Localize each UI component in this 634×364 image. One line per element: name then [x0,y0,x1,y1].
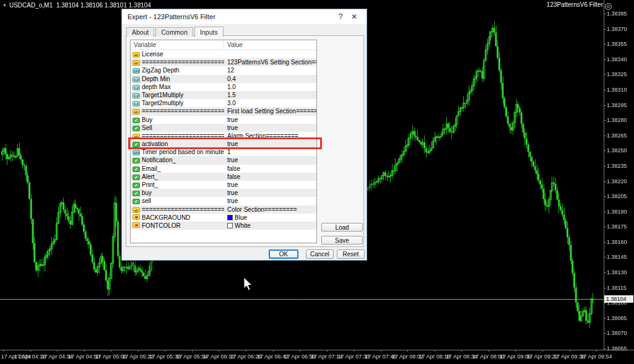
param-row-zigzag-depth[interactable]: 123ZigZag Depth12 [131,66,316,74]
color-swatch [227,215,233,220]
param-value[interactable] [224,50,316,58]
param-row-depth-min[interactable]: 1.2Depth Min0.4 [131,75,316,83]
expert-settings-dialog: Expert - 123PatternsV6 Filter ? ✕ About … [121,9,367,261]
param-value[interactable]: false [224,165,316,173]
param-value[interactable]: true [224,197,316,205]
param-name: sell [142,197,151,204]
dialog-title: Expert - 123PatternsV6 Filter [128,13,334,20]
param-value[interactable]: 1.0 [224,83,316,91]
param-value[interactable]: true [224,181,316,189]
price-tick-label: 1.38190 [607,209,627,215]
param-value[interactable]: First load Setting Section========= [224,107,316,115]
param-value[interactable]: 3.0 [224,99,316,107]
int-type-icon: 123 [132,150,140,155]
param-name: Depth Min [142,76,170,82]
color-type-icon [132,222,140,228]
param-value[interactable]: 0.4 [224,75,316,83]
param-row-backgraound[interactable]: BACKGRAOUNDBlue [131,214,316,222]
help-button[interactable]: ? [334,12,347,21]
indicator-name-label: 123PatternsV6 Filter☺ [547,1,612,10]
table-rows: abLicenseab=============================… [131,50,316,230]
column-header-variable: Variable [131,40,224,50]
param-row--[interactable]: ab================================First … [131,107,316,115]
param-row-target1multiply[interactable]: 1.2Target1Multiply1.5 [131,91,316,99]
param-name: Timer period based on minutes [142,149,224,155]
price-tick-label: 1.38280 [607,117,627,123]
price-tick-label: 1.38115 [607,285,627,291]
tab-about[interactable]: About [126,27,154,37]
table-header: Variable Value [131,40,316,50]
symbol-name: USDCAD_o,M1 [9,2,53,9]
param-value[interactable]: Alarm Section========= [224,132,316,140]
param-value[interactable]: false [224,173,316,181]
param-row--[interactable]: ab================================Alarm … [131,132,316,140]
param-value[interactable]: Blue [224,214,316,222]
param-value[interactable]: true [224,189,316,197]
param-row-buy[interactable]: ✓buytrue [131,189,316,197]
param-row-timer-period-based-on-minutes[interactable]: 123Timer period based on minutes1 [131,148,316,156]
price-tick-label: 1.38355 [607,41,627,47]
bool-type-icon: ✓ [132,142,140,147]
param-value[interactable]: true [224,156,316,164]
param-name: Sell [142,124,152,131]
param-row--[interactable]: ab================================Color … [131,206,316,214]
param-value[interactable]: 12 [224,66,316,74]
param-row-buy[interactable]: ✓Buytrue [131,116,316,124]
param-value[interactable]: 123PatternsV6 Setting Section========= [224,58,316,66]
price-tick-label: 1.38055 [607,345,627,352]
load-button[interactable]: Load [321,223,363,232]
param-value[interactable]: 1 [224,148,316,156]
save-button[interactable]: Save [321,236,363,245]
param-row-email-[interactable]: ✓Email_false [131,165,316,173]
close-icon[interactable]: ✕ [347,12,361,21]
chevron-down-icon: ▼ [2,3,7,7]
param-value[interactable]: White [224,222,316,230]
cancel-button[interactable]: Cancel [306,249,334,259]
param-row-print-[interactable]: ✓Print_true [131,181,316,189]
param-value[interactable]: true [224,124,316,132]
param-name: Alert_ [142,173,158,180]
string-type-icon: ab [132,109,140,115]
param-row-alert-[interactable]: ✓Alert_false [131,173,316,181]
double-type-icon: 1.2 [132,85,140,90]
param-name: ================================ [142,132,224,139]
ok-button[interactable]: OK [269,249,298,259]
param-row-target2multiply[interactable]: 1.2Target2multiply3.0 [131,99,316,107]
tab-inputs[interactable]: Inputs [194,27,224,37]
price-tick-label: 1.38220 [607,178,627,184]
dialog-titlebar[interactable]: Expert - 123PatternsV6 Filter ? ✕ [122,9,367,24]
param-row-sell[interactable]: ✓Selltrue [131,124,316,132]
param-row--[interactable]: ab================================123Pat… [131,58,316,66]
param-row-license[interactable]: abLicense [131,50,316,58]
price-tick-label: 1.38340 [607,56,627,63]
current-price-tag: 1.38104 [604,295,633,303]
param-value[interactable]: true [224,140,316,148]
bool-type-icon: ✓ [132,191,140,196]
price-tick-label: 1.38250 [607,147,627,154]
bool-type-icon: ✓ [132,167,140,172]
param-value[interactable]: true [224,116,316,124]
string-type-icon: ab [132,134,140,139]
double-type-icon: 1.2 [132,101,140,106]
color-swatch [227,223,233,228]
time-tick-label: 17 Apr 09:54 [581,353,612,360]
column-header-value: Value [224,40,246,50]
param-row-depth-max[interactable]: 1.2depth Max1.0 [131,83,316,91]
reset-button[interactable]: Reset [337,249,365,259]
tab-common[interactable]: Common [155,27,193,37]
smiley-icon: ☺ [605,3,612,10]
param-name: Buy [142,116,152,123]
param-row-sell[interactable]: ✓selltrue [131,197,316,205]
param-row-notification-[interactable]: ✓Notification_true [131,156,316,164]
param-value[interactable]: Color Section========= [224,206,316,214]
param-name: buy [142,189,152,196]
symbol-bar[interactable]: ▼USDCAD_o,M11.38104 1.38106 1.38101 1.38… [2,2,151,9]
param-name: Target2multiply [142,100,183,106]
param-value[interactable]: 1.5 [224,91,316,99]
bool-type-icon: ✓ [132,183,140,188]
param-row-activation[interactable]: ✓activationtrue [131,140,316,148]
bool-type-icon: ✓ [132,126,140,131]
string-type-icon: ab [132,52,140,58]
param-row-fontcolor[interactable]: FONTCOLORWhite [131,222,316,230]
price-tick-label: 1.38310 [607,87,627,93]
